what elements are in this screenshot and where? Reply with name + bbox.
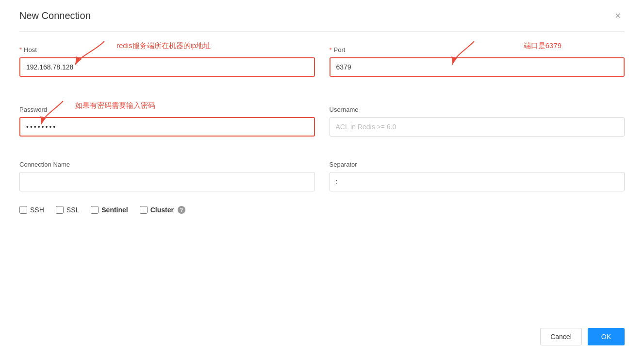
- cluster-checkbox-item[interactable]: Cluster ?: [140, 206, 185, 214]
- password-arrow-icon: [63, 101, 87, 130]
- port-required-star: *: [330, 46, 332, 53]
- host-input[interactable]: [19, 57, 315, 77]
- password-username-row: Password Username: [19, 106, 625, 137]
- sentinel-checkbox[interactable]: [91, 206, 99, 214]
- host-required-star: *: [19, 46, 22, 53]
- username-label: Username: [330, 106, 625, 113]
- sentinel-label: Sentinel: [101, 206, 128, 214]
- ssl-checkbox[interactable]: [56, 206, 64, 214]
- separator-label: Separator: [330, 161, 625, 168]
- connection-name-label: Connection Name: [19, 161, 315, 168]
- separator-group: Separator: [330, 161, 625, 191]
- ok-button[interactable]: OK: [588, 328, 625, 345]
- port-label: *Port: [330, 46, 625, 53]
- port-annotation-text: 端口是6379: [524, 41, 561, 51]
- close-button[interactable]: ×: [611, 9, 625, 22]
- cluster-help-icon[interactable]: ?: [178, 206, 185, 214]
- separator-input[interactable]: [330, 172, 625, 191]
- port-group: *Port: [330, 46, 625, 77]
- connection-name-input[interactable]: [19, 172, 315, 191]
- ssh-checkbox[interactable]: [19, 206, 27, 214]
- port-input[interactable]: [330, 57, 625, 77]
- options-row: SSH SSL Sentinel Cluster ?: [19, 206, 625, 214]
- username-group: Username: [330, 106, 625, 137]
- host-arrow-icon: [104, 41, 133, 68]
- ssh-label: SSH: [30, 206, 44, 214]
- connection-name-group: Connection Name: [19, 161, 315, 191]
- username-input[interactable]: [330, 117, 625, 137]
- cluster-label: Cluster: [150, 206, 174, 214]
- dialog-footer: Cancel OK: [540, 328, 625, 345]
- port-arrow-icon: [450, 41, 474, 70]
- ssl-checkbox-item[interactable]: SSL: [56, 206, 79, 214]
- ssl-label: SSL: [66, 206, 79, 214]
- sentinel-checkbox-item[interactable]: Sentinel: [91, 206, 128, 214]
- cancel-button[interactable]: Cancel: [540, 328, 582, 345]
- cluster-checkbox[interactable]: [140, 206, 148, 214]
- dialog-header: New Connection ×: [19, 0, 625, 32]
- connection-separator-row: Connection Name Separator: [19, 161, 625, 191]
- ssh-checkbox-item[interactable]: SSH: [19, 206, 44, 214]
- new-connection-dialog: New Connection × redis服务端所在机器的ip地址 端口是63…: [0, 0, 644, 360]
- dialog-title: New Connection: [19, 10, 91, 21]
- host-group: *Host: [19, 46, 315, 77]
